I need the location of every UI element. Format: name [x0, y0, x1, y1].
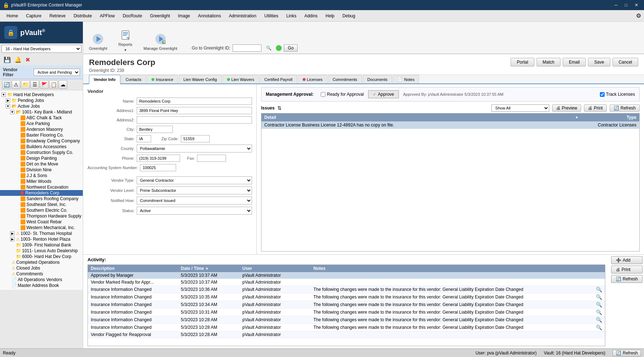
menu-debug[interactable]: Debug: [339, 12, 359, 20]
menu-distribute[interactable]: Distribute: [70, 12, 95, 20]
name-input[interactable]: [137, 98, 252, 105]
menu-apflow[interactable]: APFlow: [96, 12, 118, 20]
tree-item-1001[interactable]: ▼ 📂 1001- Key Bank - Midland: [0, 109, 83, 115]
activity-desc-header[interactable]: Description: [88, 265, 178, 272]
tree-item-westcoast[interactable]: 🟧 West Coast Rebar: [0, 219, 83, 225]
tab-vendor-info[interactable]: Vendor Info: [89, 75, 120, 84]
tree-item-northwest[interactable]: 🟧 Northwest Excavation: [0, 184, 83, 190]
track-licenses-checkbox[interactable]: Track Licenses: [600, 92, 635, 97]
menu-utilities[interactable]: Utilities: [261, 12, 282, 20]
menu-links[interactable]: Links: [283, 12, 300, 20]
row5-action[interactable]: 🔍: [593, 309, 605, 316]
tab-licenses[interactable]: Licenses: [298, 75, 327, 83]
tree-expand-active[interactable]: ▼: [6, 104, 10, 108]
menu-greenlight[interactable]: Greenlight: [146, 12, 174, 20]
vendor-type-select[interactable]: General Contractor: [137, 176, 252, 184]
address2-input[interactable]: [137, 116, 252, 124]
activity-datetime-header[interactable]: Date / Time ▼: [178, 265, 239, 272]
tree-item-broadway[interactable]: 🟧 Broadway Ceiling Company: [0, 138, 83, 144]
row3-action[interactable]: 🔍: [593, 293, 605, 301]
state-input[interactable]: [137, 135, 151, 142]
email-button[interactable]: Email: [563, 58, 586, 66]
tree-item-6000[interactable]: 📁 6000- Hard Hat Dev Corp: [0, 254, 83, 259]
issues-sort-btn[interactable]: ▲: [575, 115, 579, 120]
activity-print-button[interactable]: 🖨 Print: [611, 266, 643, 274]
menu-administration[interactable]: Administration: [225, 12, 260, 20]
ready-for-approval-checkbox[interactable]: Ready for Approval: [321, 92, 364, 97]
datetime-sort-icon[interactable]: ▼: [205, 267, 209, 271]
tree-item-dirt[interactable]: 🟧 Dirt on the Move: [0, 161, 83, 167]
tree-item-1009[interactable]: 📁 1009- First National Bank: [0, 242, 83, 248]
tab-insurance[interactable]: Insurance: [147, 75, 178, 83]
issues-filter-select[interactable]: Show All Active: [491, 104, 549, 112]
menu-annotations[interactable]: Annotations: [195, 12, 225, 20]
address1-input[interactable]: [137, 107, 252, 114]
tree-item-remodelers[interactable]: Remodelers Corp: [0, 190, 83, 196]
row4-action[interactable]: 🔍: [593, 301, 605, 309]
issues-refresh-btn[interactable]: 🔄 Refresh: [610, 104, 640, 112]
tree-item-anderson[interactable]: 🟧 Anderson Masonry: [0, 126, 83, 132]
tree-expand-1003[interactable]: ▶: [10, 237, 14, 241]
reports-ribbon-btn[interactable]: Reports: [115, 27, 136, 48]
phone-input[interactable]: [137, 155, 180, 162]
tree-item-western[interactable]: 🟧 Western Mechanical, Inc.: [0, 225, 83, 231]
row7-magnify-icon[interactable]: 🔍: [596, 324, 602, 330]
tree-item-baxter[interactable]: 🟧 Baxter Flooring Co.: [0, 132, 83, 138]
warning-icon[interactable]: ⚠: [12, 80, 20, 89]
issues-preview-btn[interactable]: 🖨 Preview: [552, 104, 581, 112]
activity-row-2[interactable]: Insurance Information Changed 5/3/2023 1…: [88, 286, 605, 293]
activity-row-4[interactable]: Insurance Information Changed 5/3/2023 1…: [88, 301, 605, 309]
menu-image[interactable]: Image: [174, 12, 193, 20]
tree-item-jj[interactable]: 🟧 J.J & Sons: [0, 173, 83, 178]
activity-row-0[interactable]: Approved by Manager 5/3/2023 10:37 AM pV…: [88, 272, 605, 279]
filter-select[interactable]: Active and Pending Active All: [34, 69, 80, 76]
cancel-button[interactable]: Cancel: [613, 58, 638, 66]
save-action-button[interactable]: 💾: [3, 56, 12, 64]
row3-magnify-icon[interactable]: 🔍: [596, 294, 602, 300]
tree-item-miller[interactable]: 🟧 Miller Woods: [0, 178, 83, 184]
manage-greenlight-ribbon-btn[interactable]: + Manage Greenlight: [141, 31, 180, 52]
tab-lien-waivers[interactable]: Lien Waivers: [222, 75, 259, 83]
activity-row-7[interactable]: Insurance Information Changed 5/3/2023 1…: [88, 324, 605, 331]
vendor-level-select[interactable]: Prime Subcontractor: [137, 186, 252, 194]
acct-input[interactable]: [140, 164, 176, 171]
tab-notes[interactable]: 📄 Notes: [393, 75, 419, 83]
tree-item-commitments[interactable]: ⚠ Commitments: [0, 271, 83, 277]
tree-item-1002[interactable]: ▶ ⚠ 1002- St. Thomas Hospital: [0, 231, 83, 236]
tree-item-pending[interactable]: ▶ 📁 Pending Jobs: [0, 98, 83, 103]
tree-item-closed[interactable]: ⚠ Closed Jobs: [0, 265, 83, 271]
activity-notes-header[interactable]: Notes: [311, 265, 593, 272]
status-refresh-button[interactable]: 🔄 Refresh: [613, 350, 641, 356]
maximize-button[interactable]: □: [622, 2, 630, 8]
row2-magnify-icon[interactable]: 🔍: [596, 287, 602, 292]
flag-icon[interactable]: 🚩: [40, 80, 48, 89]
cancel-action-button[interactable]: ✖: [25, 56, 31, 64]
tree-expand-pending[interactable]: ▶: [6, 98, 10, 103]
cloud-icon[interactable]: ☁: [59, 80, 67, 89]
tree-expand-1001[interactable]: ▼: [10, 110, 14, 114]
city-input[interactable]: [137, 126, 173, 133]
row6-magnify-icon[interactable]: 🔍: [596, 317, 602, 323]
notified-select[interactable]: Commitment Issued: [137, 197, 252, 205]
tab-lien-config[interactable]: Lien Waiver Config: [179, 75, 222, 83]
tree-item-1003[interactable]: ▶ ⚠ 1003- Renton Hotel Plaza: [0, 236, 83, 242]
track-licenses-input[interactable]: [600, 92, 605, 97]
ready-checkbox[interactable]: [321, 92, 325, 97]
tree-item-thompson[interactable]: 🟧 Thompson Hardware Supply: [0, 213, 83, 219]
greenlight-ribbon-btn[interactable]: Greenlight: [86, 31, 110, 52]
row2-action[interactable]: 🔍: [593, 286, 605, 293]
tree-item-active[interactable]: ▼ 📂 Active Jobs: [0, 103, 83, 109]
refresh-icon[interactable]: 🔄: [2, 80, 11, 89]
account-select[interactable]: 16 - Hard Hat Developers: [1, 45, 81, 53]
tree-item-completed[interactable]: ⚠ Completed Operations: [0, 259, 83, 265]
activity-row-1[interactable]: Vendor Marked Ready for Appr... 5/3/2023…: [88, 279, 605, 286]
menu-help[interactable]: Help: [322, 12, 338, 20]
go-button[interactable]: Go: [284, 44, 298, 52]
goto-search-icon-button[interactable]: 🔍: [264, 44, 274, 52]
row5-magnify-icon[interactable]: 🔍: [596, 309, 602, 315]
reports-dropdown-arrow[interactable]: ▼: [124, 48, 127, 52]
activity-add-button[interactable]: ➕ Add: [611, 256, 643, 264]
minimize-button[interactable]: ─: [611, 2, 620, 8]
tree-item-division[interactable]: 🟧 Division Nine: [0, 167, 83, 173]
tree-item-design[interactable]: 🟧 Design Painting: [0, 155, 83, 161]
